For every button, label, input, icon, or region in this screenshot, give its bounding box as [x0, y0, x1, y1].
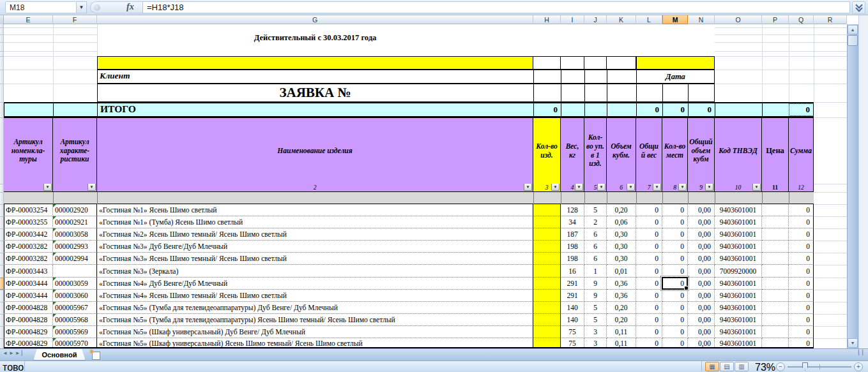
yellow-row-cell-K[interactable]	[607, 56, 636, 70]
cell-naimenovanie-izdeliya[interactable]: «Гостиная №2» Ясень Шимо темный/ Ясень Ш…	[97, 228, 533, 241]
cell-kod-tnved[interactable]: 9403601001	[715, 253, 762, 265]
cell-kod-tnved[interactable]: 9403601001	[715, 326, 762, 338]
cell-kolvo-up-v-1-izd[interactable]: 6	[584, 253, 607, 265]
scroll-up-button[interactable]: ▲	[848, 25, 858, 34]
cell-kolvo-up-v-1-izd[interactable]: 9	[584, 290, 607, 302]
cell-kod-tnved[interactable]: 9403601001	[715, 278, 762, 290]
cell-tsena[interactable]	[762, 241, 789, 253]
cell-kolvo-izd[interactable]	[533, 302, 561, 314]
cell-obshchiy-obem-kubm[interactable]: 0,00	[688, 326, 715, 338]
cell-ves-kg[interactable]: 140	[561, 302, 584, 314]
cell-kolvo-up-v-1-izd[interactable]: 6	[584, 228, 607, 241]
filter-button[interactable]: ▼	[43, 184, 52, 191]
formula-bar-expand-button[interactable]	[852, 1, 865, 14]
column-header-N[interactable]: N	[688, 15, 715, 24]
cell-kolvo-izd[interactable]	[533, 265, 561, 278]
cell-kolvo-izd[interactable]	[533, 278, 561, 290]
cell-kolvo-izd[interactable]	[533, 241, 561, 253]
filter-button[interactable]: ▼	[524, 184, 532, 191]
cell-ves-kg[interactable]: 140	[561, 314, 584, 326]
cell-tsena[interactable]	[762, 216, 789, 228]
column-header-I[interactable]: I	[561, 15, 584, 24]
cell-kolvo-mest[interactable]: 0	[662, 253, 688, 265]
cell-kolvo-izd[interactable]	[533, 253, 561, 265]
cell-ves-kg[interactable]: 187	[561, 228, 584, 241]
cell-artikul-nomenklatury[interactable]: ФР-00003444	[4, 290, 53, 302]
filter-button[interactable]: ▼	[597, 184, 605, 191]
column-header-F[interactable]: F	[53, 15, 97, 24]
yellow-row-cell-H[interactable]	[533, 56, 561, 70]
cell-naimenovanie-izdeliya[interactable]: «Гостиная №1» (Тумба) Ясень Шимо светлый	[97, 216, 533, 228]
cell-kolvo-up-v-1-izd[interactable]: 9	[584, 278, 607, 290]
cell-tsena[interactable]	[762, 253, 789, 265]
vertical-scrollbar-thumb[interactable]	[848, 35, 858, 46]
cell-obem-kubm[interactable]: 0,11	[607, 326, 636, 338]
scroll-down-button[interactable]: ▼	[848, 338, 858, 348]
cell-artikul-kharakteristiki[interactable]: 000003060	[53, 290, 97, 302]
cell-obem-kubm[interactable]: 0,36	[607, 278, 636, 290]
cell-ves-kg[interactable]: 291	[561, 290, 584, 302]
filter-button[interactable]: ▼	[551, 184, 560, 191]
formula-input[interactable]: =H18*J18	[142, 1, 850, 13]
cell-summa[interactable]: 0	[789, 314, 814, 326]
cell-artikul-kharakteristiki[interactable]: 000005969	[53, 326, 97, 338]
cell-naimenovanie-izdeliya[interactable]: «Гостиная №5» (Шкаф универсальный) Дуб В…	[97, 326, 533, 338]
filter-button[interactable]: ▼	[88, 184, 96, 191]
cell-ves-kg[interactable]: 291	[561, 278, 584, 290]
column-header-J[interactable]: J	[584, 15, 607, 24]
page-break-view-button[interactable]: ▥	[735, 362, 749, 371]
cell-kod-tnved[interactable]: 9403601001	[715, 241, 762, 253]
cell-kod-tnved[interactable]: 9403601001	[715, 204, 762, 216]
cell-summa[interactable]: 0	[789, 326, 814, 338]
cell-obshchiy-ves[interactable]: 0	[636, 314, 662, 326]
cell-tsena[interactable]	[762, 302, 789, 314]
cell-kolvo-izd[interactable]	[533, 204, 561, 216]
cell-obshchiy-ves[interactable]: 0	[636, 290, 662, 302]
cell-naimenovanie-izdeliya[interactable]: «Гостиная №3» Ясень Шимо темный/ Ясень Ш…	[97, 253, 533, 265]
insert-worksheet-button[interactable]: ✱	[89, 350, 102, 359]
selected-cell[interactable]	[662, 277, 688, 290]
name-box-dropdown-icon[interactable]: ▼	[77, 1, 87, 13]
cell-obshchiy-ves[interactable]: 0	[636, 253, 662, 265]
cell-tsena[interactable]	[762, 228, 789, 241]
cell-obshchiy-obem-kubm[interactable]: 0,00	[688, 302, 715, 314]
cell-obem-kubm[interactable]: 0,30	[607, 228, 636, 241]
column-header-M[interactable]: M	[662, 15, 688, 24]
cell-tsena[interactable]	[762, 290, 789, 302]
cell-kolvo-izd[interactable]	[533, 326, 561, 338]
cell-kolvo-up-v-1-izd[interactable]: 2	[584, 216, 607, 228]
cell-kolvo-up-v-1-izd[interactable]: 5	[584, 204, 607, 216]
cell-artikul-kharakteristiki[interactable]: 000002920	[53, 204, 97, 216]
cell-obshchiy-ves[interactable]: 0	[636, 302, 662, 314]
cell-obem-kubm[interactable]: 0,36	[607, 290, 636, 302]
filter-button[interactable]: ▼	[627, 184, 635, 191]
cell-kod-tnved[interactable]: 7009920000	[715, 265, 762, 278]
cell-artikul-nomenklatury[interactable]: ФР-00003443	[4, 265, 53, 278]
cell-artikul-nomenklatury[interactable]: ФР-00004828	[4, 302, 53, 314]
cell-naimenovanie-izdeliya[interactable]: «Гостиная №3» (Зеркала)	[97, 265, 533, 278]
cell-obshchiy-obem-kubm[interactable]: 0,00	[688, 265, 715, 278]
cell-naimenovanie-izdeliya[interactable]: «Гостиная №5» (Тумба для телевидеоаппара…	[97, 302, 533, 314]
cell-obshchiy-obem-kubm[interactable]: 0,00	[688, 228, 715, 241]
cell-artikul-kharakteristiki[interactable]: 000005967	[53, 302, 97, 314]
cell-kolvo-mest[interactable]: 0	[662, 216, 688, 228]
tab-bar-resize-handle[interactable]: ▏▏	[858, 350, 865, 359]
column-header-E[interactable]: E	[4, 15, 53, 24]
cell-kolvo-mest[interactable]: 0	[662, 228, 688, 241]
cell-obem-kubm[interactable]: 0,20	[607, 314, 636, 326]
cell-artikul-kharakteristiki[interactable]	[53, 265, 97, 278]
cell-summa[interactable]: 0	[789, 204, 814, 216]
cell-obshchiy-obem-kubm[interactable]: 0,00	[688, 278, 715, 290]
yellow-row-cell-J[interactable]	[584, 56, 607, 70]
zoom-level-label[interactable]: 73%	[755, 362, 775, 372]
cell-tsena[interactable]	[762, 326, 789, 338]
cell-obshchiy-obem-kubm[interactable]: 0,00	[688, 216, 715, 228]
cell-summa[interactable]: 0	[789, 278, 814, 290]
column-header-H[interactable]: H	[533, 15, 561, 24]
column-header-Q[interactable]: Q	[789, 15, 814, 24]
cell-kolvo-mest[interactable]: 0	[662, 302, 688, 314]
cell-summa[interactable]: 0	[789, 241, 814, 253]
name-box[interactable]: M18	[5, 1, 77, 13]
cell-kolvo-up-v-1-izd[interactable]: 1	[584, 265, 607, 278]
cell-kolvo-mest[interactable]: 0	[662, 204, 688, 216]
